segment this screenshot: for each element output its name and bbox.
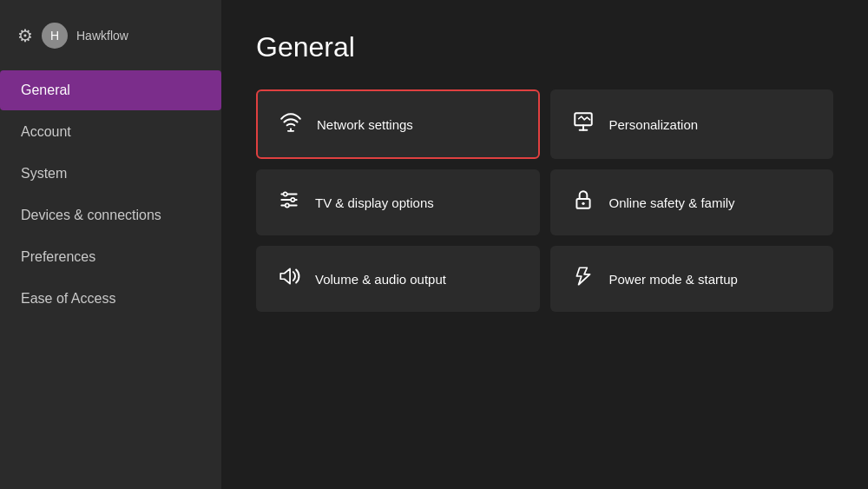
username-label: Hawkflow [76, 29, 128, 43]
card-network-settings[interactable]: Network settings [256, 89, 540, 159]
page-title: General [256, 31, 833, 63]
sidebar-item-ease-of-access[interactable]: Ease of Access [0, 279, 221, 319]
card-power-mode[interactable]: Power mode & startup [550, 246, 834, 312]
personalization-icon [571, 110, 595, 138]
sidebar-item-general[interactable]: General [0, 70, 221, 110]
avatar: H [42, 23, 68, 49]
card-personalization-label: Personalization [609, 117, 699, 132]
lock-icon [571, 188, 595, 216]
sidebar: ⚙ H Hawkflow General Account System Devi… [0, 0, 221, 489]
network-icon [279, 110, 303, 138]
tv-display-icon [277, 188, 301, 216]
card-online-safety-label: Online safety & family [609, 195, 735, 210]
card-volume-audio-label: Volume & audio output [315, 272, 446, 287]
card-volume-audio[interactable]: Volume & audio output [256, 246, 540, 312]
sidebar-item-system[interactable]: System [0, 154, 221, 194]
main-content: General Network settings [221, 0, 868, 489]
svg-point-9 [284, 192, 287, 195]
card-tv-display-label: TV & display options [315, 195, 434, 210]
svg-marker-14 [280, 268, 290, 283]
svg-point-13 [582, 202, 584, 205]
sidebar-item-preferences[interactable]: Preferences [0, 237, 221, 277]
sidebar-header: ⚙ H Hawkflow [0, 14, 221, 69]
sidebar-nav: General Account System Devices & connect… [0, 69, 221, 320]
volume-icon [277, 265, 301, 293]
sidebar-item-account[interactable]: Account [0, 112, 221, 152]
svg-point-11 [286, 203, 289, 207]
power-icon [571, 265, 595, 293]
card-online-safety[interactable]: Online safety & family [550, 169, 834, 235]
settings-grid: Network settings Personalization [256, 89, 833, 312]
card-personalization[interactable]: Personalization [550, 89, 834, 159]
sidebar-item-devices[interactable]: Devices & connections [0, 195, 221, 235]
card-network-settings-label: Network settings [317, 117, 413, 132]
gear-icon: ⚙ [17, 25, 33, 46]
card-power-mode-label: Power mode & startup [609, 272, 738, 287]
card-tv-display[interactable]: TV & display options [256, 169, 540, 235]
svg-point-10 [291, 198, 294, 202]
